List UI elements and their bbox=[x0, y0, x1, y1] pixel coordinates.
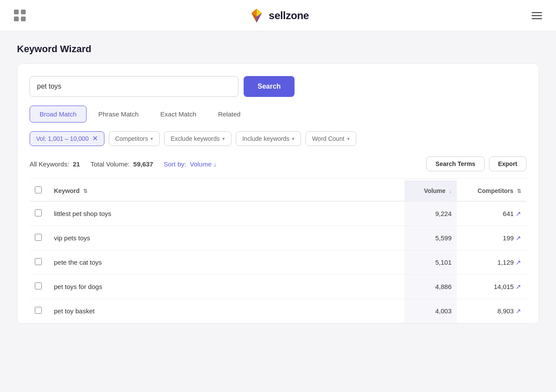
search-terms-button[interactable]: Search Terms bbox=[426, 156, 485, 171]
word-count-chevron-icon: ▾ bbox=[347, 136, 350, 142]
sort-by-value[interactable]: Volume ↓ bbox=[190, 160, 217, 168]
table-row: pet toys for dogs 4,886 14,015 bbox=[30, 275, 526, 299]
top-nav: sellzone bbox=[0, 0, 556, 31]
volume-filter-close-icon[interactable]: ✕ bbox=[92, 135, 98, 142]
row-competitors-3: 14,015 bbox=[457, 275, 526, 299]
logo-area: sellzone bbox=[249, 8, 309, 23]
row-checkbox-cell bbox=[30, 275, 49, 299]
competitors-chevron-icon: ▾ bbox=[151, 136, 153, 142]
row-checkbox-4[interactable] bbox=[35, 307, 42, 314]
row-checkbox-2[interactable] bbox=[35, 258, 42, 265]
volume-filter-tag[interactable]: Vol: 1,001 – 10,000 ✕ bbox=[30, 131, 104, 146]
row-checkbox-cell bbox=[30, 299, 49, 323]
select-all-checkbox[interactable] bbox=[35, 186, 42, 193]
row-volume-2: 5,101 bbox=[405, 250, 457, 275]
tab-phrase-match[interactable]: Phrase Match bbox=[88, 106, 149, 123]
match-tabs: Broad Match Phrase Match Exact Match Rel… bbox=[30, 106, 526, 123]
stats-row: All Keywords: 21 Total Volume: 59,637 So… bbox=[30, 156, 526, 179]
keywords-table: Keyword ⇅ Volume ↓ Competitors ⇅ bbox=[30, 180, 526, 323]
external-link-icon-0[interactable] bbox=[516, 210, 521, 217]
competitors-filter-label: Competitors bbox=[115, 135, 148, 142]
competitors-column-header[interactable]: Competitors ⇅ bbox=[457, 180, 526, 201]
table-row: pet toy basket 4,003 8,903 bbox=[30, 299, 526, 323]
exclude-chevron-icon: ▾ bbox=[222, 136, 225, 142]
logo-diamond-icon bbox=[249, 8, 265, 23]
volume-filter-label: Vol: 1,001 – 10,000 bbox=[36, 135, 89, 142]
tab-related[interactable]: Related bbox=[208, 106, 251, 123]
total-volume-stat: Total Volume: 59,637 bbox=[90, 160, 153, 168]
page-title: Keyword Wizard bbox=[17, 43, 539, 55]
row-keyword-1: vip pets toys bbox=[49, 226, 405, 250]
action-buttons: Search Terms Export bbox=[426, 156, 526, 171]
table-row: littlest pet shop toys 9,224 641 bbox=[30, 201, 526, 226]
table-body: littlest pet shop toys 9,224 641 vip pet… bbox=[30, 201, 526, 323]
external-link-icon-1[interactable] bbox=[516, 234, 521, 242]
row-competitors-4: 8,903 bbox=[457, 299, 526, 323]
keyword-sort-icon: ⇅ bbox=[83, 188, 87, 194]
all-keywords-stat: All Keywords: 21 bbox=[30, 160, 80, 168]
word-count-label: Word Count bbox=[312, 135, 344, 142]
keyword-column-header[interactable]: Keyword ⇅ bbox=[49, 180, 405, 201]
external-link-icon-3[interactable] bbox=[516, 283, 521, 290]
search-button[interactable]: Search bbox=[244, 76, 295, 97]
row-volume-4: 4,003 bbox=[405, 299, 457, 323]
exclude-keywords-dropdown[interactable]: Exclude keywords ▾ bbox=[164, 131, 231, 146]
row-volume-3: 4,886 bbox=[405, 275, 457, 299]
sort-by-area: Sort by: Volume ↓ bbox=[164, 160, 217, 168]
header-checkbox-col bbox=[30, 180, 49, 201]
include-keywords-label: Include keywords bbox=[242, 135, 289, 142]
row-competitors-2: 1,129 bbox=[457, 250, 526, 275]
row-volume-0: 9,224 bbox=[405, 201, 457, 226]
include-chevron-icon: ▾ bbox=[292, 136, 295, 142]
logo-text: sellzone bbox=[269, 10, 309, 22]
external-link-icon-4[interactable] bbox=[516, 307, 521, 315]
search-input[interactable]: pet toys bbox=[30, 76, 238, 97]
competitors-filter-dropdown[interactable]: Competitors ▾ bbox=[109, 131, 160, 146]
total-volume-value: 59,637 bbox=[133, 160, 153, 168]
row-checkbox-cell bbox=[30, 250, 49, 275]
row-keyword-0: littlest pet shop toys bbox=[49, 201, 405, 226]
row-keyword-3: pet toys for dogs bbox=[49, 275, 405, 299]
row-competitors-0: 641 bbox=[457, 201, 526, 226]
row-volume-1: 5,599 bbox=[405, 226, 457, 250]
competitors-sort-icon: ⇅ bbox=[517, 188, 521, 194]
tab-broad-match[interactable]: Broad Match bbox=[30, 106, 87, 123]
row-keyword-4: pet toy basket bbox=[49, 299, 405, 323]
row-checkbox-0[interactable] bbox=[35, 209, 42, 216]
include-keywords-dropdown[interactable]: Include keywords ▾ bbox=[236, 131, 301, 146]
row-checkbox-1[interactable] bbox=[35, 234, 42, 241]
table-header: Keyword ⇅ Volume ↓ Competitors ⇅ bbox=[30, 180, 526, 201]
page-container: Keyword Wizard pet toys Search Broad Mat… bbox=[8, 31, 548, 336]
main-card: pet toys Search Broad Match Phrase Match… bbox=[17, 63, 539, 324]
exclude-keywords-label: Exclude keywords bbox=[171, 135, 220, 142]
word-count-dropdown[interactable]: Word Count ▾ bbox=[305, 131, 356, 146]
table-row: vip pets toys 5,599 199 bbox=[30, 226, 526, 250]
row-checkbox-cell bbox=[30, 201, 49, 226]
export-button[interactable]: Export bbox=[489, 156, 526, 171]
row-keyword-2: pete the cat toys bbox=[49, 250, 405, 275]
apps-grid-icon[interactable] bbox=[14, 10, 26, 22]
all-keywords-value: 21 bbox=[73, 160, 80, 168]
row-competitors-1: 199 bbox=[457, 226, 526, 250]
volume-sort-icon: ↓ bbox=[449, 188, 452, 194]
table-row: pete the cat toys 5,101 1,129 bbox=[30, 250, 526, 275]
row-checkbox-cell bbox=[30, 226, 49, 250]
external-link-icon-2[interactable] bbox=[516, 259, 521, 266]
filter-row: Vol: 1,001 – 10,000 ✕ Competitors ▾ Excl… bbox=[30, 131, 526, 146]
volume-column-header[interactable]: Volume ↓ bbox=[405, 180, 457, 201]
hamburger-menu-icon[interactable] bbox=[532, 12, 542, 19]
search-row: pet toys Search bbox=[30, 76, 526, 97]
row-checkbox-3[interactable] bbox=[35, 282, 42, 289]
tab-exact-match[interactable]: Exact Match bbox=[151, 106, 207, 123]
